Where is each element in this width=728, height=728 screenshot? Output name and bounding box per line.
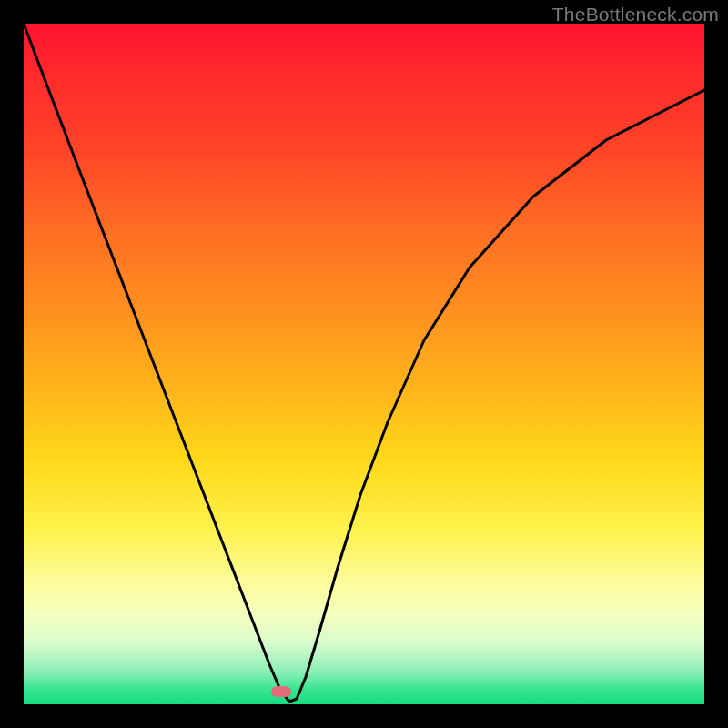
minimum-marker [271, 686, 291, 697]
watermark-text: TheBottleneck.com [552, 4, 719, 25]
plot-area [24, 24, 704, 704]
chart-frame: TheBottleneck.com [0, 0, 728, 728]
bottleneck-curve [24, 24, 704, 704]
